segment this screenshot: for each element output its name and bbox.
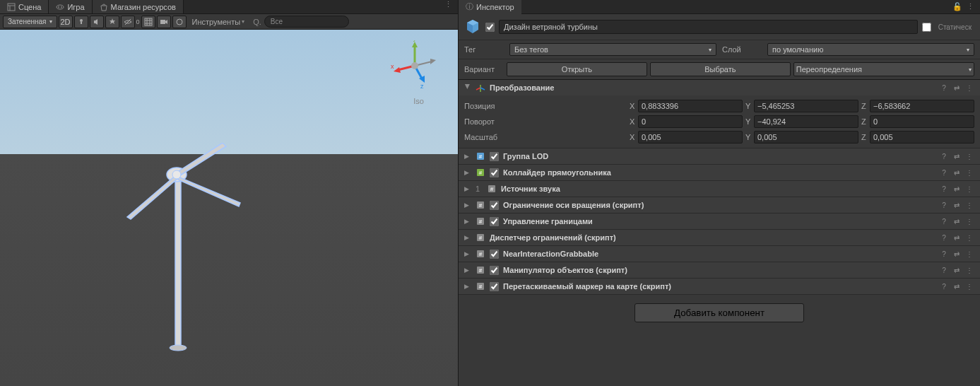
menu-icon[interactable]: ⋮ (964, 200, 974, 210)
open-prefab-button[interactable]: Открыть (507, 62, 647, 76)
tag-dropdown[interactable]: Без тегов (509, 43, 716, 56)
preset-icon[interactable]: ⇄ (952, 265, 962, 275)
help-icon[interactable]: ? (939, 184, 949, 194)
component-header-transform[interactable]: ▶ Преобразование ? ⇄ ⋮ (459, 80, 980, 95)
svg-text:#: # (479, 235, 483, 241)
preset-icon[interactable]: ⇄ (952, 151, 962, 161)
preset-icon[interactable]: ⇄ (952, 249, 962, 259)
menu-icon[interactable]: ⋮ (964, 249, 974, 259)
toolbar-hidden-icon[interactable] (121, 16, 135, 28)
toolbar-2d-toggle[interactable]: 2D (59, 16, 73, 28)
svg-rect-14 (160, 20, 165, 24)
help-icon[interactable]: ? (939, 281, 949, 291)
help-icon[interactable]: ? (939, 233, 949, 242)
preset-icon[interactable]: ⇄ (952, 184, 962, 194)
scale-x-input[interactable] (638, 131, 743, 144)
component-1: ▶ # Коллайдер прямоугольника ? ⇄ ⋮ (459, 165, 980, 181)
position-y-input[interactable] (754, 100, 858, 112)
orientation-gizmo[interactable]: y x z (389, 40, 440, 91)
menu-icon[interactable]: ⋮ (964, 151, 974, 161)
preset-icon[interactable]: ⇄ (952, 168, 962, 177)
component-header[interactable]: ▶ # Диспетчер ограничений (скрипт) ? ⇄ ⋮ (459, 230, 980, 245)
toolbar-lighting-icon[interactable] (74, 16, 88, 28)
static-checkbox[interactable] (922, 23, 931, 32)
shading-dropdown[interactable]: Затененная (3, 16, 57, 28)
object-name-input[interactable] (499, 20, 918, 34)
overrides-dropdown[interactable]: Переопределения (793, 62, 974, 76)
component-type-icon: # (476, 265, 485, 275)
component-enabled-checkbox[interactable] (490, 152, 499, 161)
component-enabled-checkbox[interactable] (490, 266, 499, 275)
menu-icon[interactable]: ⋮ (964, 216, 974, 226)
rotation-y-input[interactable] (754, 115, 858, 128)
help-icon[interactable]: ? (939, 249, 949, 259)
tab-scene[interactable]: Сцена (0, 0, 49, 13)
menu-icon[interactable]: ⋮ (964, 168, 974, 177)
component-enabled-checkbox[interactable] (490, 282, 499, 291)
tabs-menu-icon[interactable]: ⋮ (444, 0, 458, 13)
svg-line-8 (125, 19, 131, 25)
position-z-input[interactable] (870, 100, 974, 112)
help-icon[interactable]: ? (939, 83, 949, 93)
scale-z-input[interactable] (870, 131, 974, 144)
tab-inspector[interactable]: ⓘ Инспектор (459, 0, 521, 14)
rotation-z-input[interactable] (870, 115, 974, 128)
foldout-icon: ▶ (464, 267, 471, 274)
tab-asset-store[interactable]: Магазин ресурсов (93, 0, 184, 13)
component-type-icon: # (476, 216, 485, 226)
component-header[interactable]: ▶ # Управление границами ? ⇄ ⋮ (459, 214, 980, 229)
menu-icon[interactable]: ⋮ (964, 281, 974, 291)
menu-icon[interactable]: ⋮ (964, 184, 974, 194)
transform-icon (476, 83, 485, 93)
help-icon[interactable]: ? (939, 265, 949, 275)
inspector-menu-icon[interactable]: ⋮ (967, 2, 974, 11)
component-header[interactable]: ▶ # NearInteractionGrabbable ? ⇄ ⋮ (459, 246, 980, 262)
preset-icon[interactable]: ⇄ (952, 200, 962, 210)
lock-icon[interactable]: 🔓 (952, 2, 962, 11)
layer-dropdown[interactable]: по умолчанию (767, 43, 974, 56)
preset-icon[interactable]: ⇄ (952, 281, 962, 291)
component-enabled-checkbox[interactable] (490, 201, 499, 210)
rotation-x-input[interactable] (638, 115, 743, 128)
component-header[interactable]: ▶ # Группа LOD ? ⇄ ⋮ (459, 148, 980, 164)
projection-label[interactable]: Iso (413, 97, 424, 105)
preset-icon[interactable]: ⇄ (952, 216, 962, 226)
menu-icon[interactable]: ⋮ (964, 265, 974, 275)
preset-icon[interactable]: ⇄ (952, 83, 962, 93)
svg-point-5 (61, 6, 62, 8)
component-name: Коллайдер прямоугольника (503, 168, 935, 177)
help-icon[interactable]: ? (939, 216, 949, 226)
help-icon[interactable]: ? (939, 151, 949, 161)
toolbar-gizmos-icon[interactable] (172, 16, 187, 28)
foldout-icon: ▶ (464, 185, 471, 192)
component-header[interactable]: ▶ # Перетаскиваемый маркер на карте (скр… (459, 279, 980, 294)
select-prefab-button[interactable]: Выбрать (650, 62, 791, 76)
help-icon[interactable]: ? (939, 168, 949, 177)
component-enabled-checkbox[interactable] (490, 217, 499, 226)
add-component-button[interactable]: Добавить компонент (634, 303, 804, 322)
component-enabled-checkbox[interactable] (490, 168, 499, 177)
position-x-input[interactable] (638, 100, 743, 112)
menu-icon[interactable]: ⋮ (964, 233, 974, 242)
scene-viewport[interactable]: y x z Iso (0, 30, 458, 386)
tab-game[interactable]: Игра (49, 0, 92, 13)
toolbar-fx-icon[interactable] (105, 16, 119, 28)
component-enabled-checkbox[interactable] (490, 250, 499, 259)
toolbar-audio-icon[interactable] (90, 16, 104, 28)
component-header[interactable]: ▶ 1 # Источник звука ? ⇄ ⋮ (459, 181, 980, 197)
help-icon[interactable]: ? (939, 200, 949, 210)
preset-icon[interactable]: ⇄ (952, 233, 962, 242)
scene-search-input[interactable] (264, 16, 349, 28)
menu-icon[interactable]: ⋮ (964, 83, 974, 93)
toolbar-grid-icon[interactable] (141, 16, 155, 28)
scene-toolbar: Затененная 2D 0 Инструменты ▾ Q. (0, 14, 458, 30)
svg-marker-21 (412, 42, 418, 47)
bag-icon (100, 3, 108, 11)
component-header[interactable]: ▶ # Коллайдер прямоугольника ? ⇄ ⋮ (459, 165, 980, 180)
component-type-icon: # (476, 200, 485, 210)
component-header[interactable]: ▶ # Манипулятор объектов (скрипт) ? ⇄ ⋮ (459, 262, 980, 278)
object-active-checkbox[interactable] (485, 23, 495, 32)
toolbar-camera-icon[interactable] (157, 16, 171, 28)
component-header[interactable]: ▶ # Ограничение оси вращения (скрипт) ? … (459, 197, 980, 213)
scale-y-input[interactable] (754, 131, 858, 144)
